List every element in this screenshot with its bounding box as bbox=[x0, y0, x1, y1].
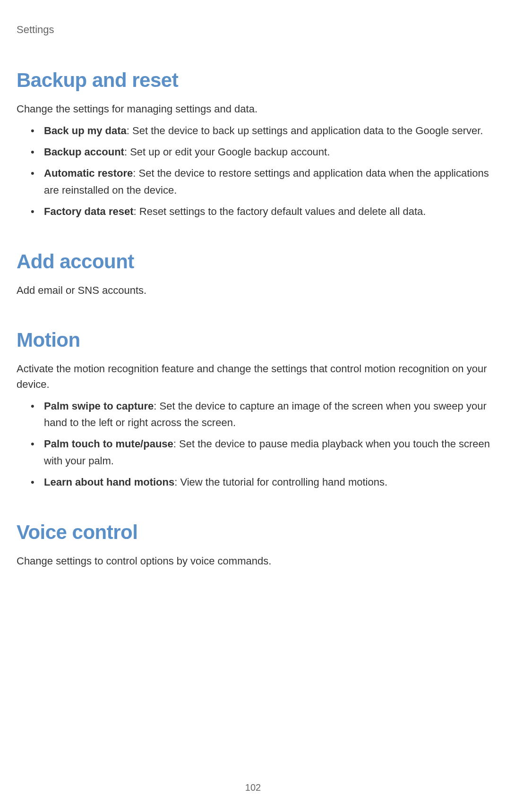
term: Palm touch to mute/pause bbox=[44, 438, 173, 450]
list-item: Factory data reset: Reset settings to th… bbox=[31, 203, 492, 220]
term: Factory data reset bbox=[44, 205, 134, 217]
term: Palm swipe to capture bbox=[44, 400, 154, 412]
heading-add-account: Add account bbox=[17, 250, 492, 273]
intro-voice-control: Change settings to control options by vo… bbox=[17, 553, 492, 569]
intro-add-account: Add email or SNS accounts. bbox=[17, 282, 492, 298]
section-add-account: Add account Add email or SNS accounts. bbox=[17, 250, 492, 298]
breadcrumb: Settings bbox=[17, 24, 492, 36]
page-number: 102 bbox=[245, 782, 261, 793]
term: Automatic restore bbox=[44, 167, 133, 179]
desc: : Reset settings to the factory default … bbox=[134, 205, 426, 217]
list-backup-and-reset: Back up my data: Set the device to back … bbox=[17, 122, 492, 220]
term: Learn about hand motions bbox=[44, 476, 174, 488]
heading-motion: Motion bbox=[17, 329, 492, 351]
section-voice-control: Voice control Change settings to control… bbox=[17, 521, 492, 569]
list-item: Palm touch to mute/pause: Set the device… bbox=[31, 436, 492, 469]
list-motion: Palm swipe to capture: Set the device to… bbox=[17, 398, 492, 490]
list-item: Palm swipe to capture: Set the device to… bbox=[31, 398, 492, 431]
section-backup-and-reset: Backup and reset Change the settings for… bbox=[17, 69, 492, 220]
list-item: Back up my data: Set the device to back … bbox=[31, 122, 492, 139]
heading-voice-control: Voice control bbox=[17, 521, 492, 544]
term: Back up my data bbox=[44, 125, 127, 137]
list-item: Learn about hand motions: View the tutor… bbox=[31, 474, 492, 490]
section-motion: Motion Activate the motion recognition f… bbox=[17, 329, 492, 490]
list-item: Automatic restore: Set the device to res… bbox=[31, 165, 492, 198]
intro-backup-and-reset: Change the settings for managing setting… bbox=[17, 101, 492, 117]
heading-backup-and-reset: Backup and reset bbox=[17, 69, 492, 92]
intro-motion: Activate the motion recognition feature … bbox=[17, 361, 492, 392]
desc: : View the tutorial for controlling hand… bbox=[174, 476, 387, 488]
list-item: Backup account: Set up or edit your Goog… bbox=[31, 144, 492, 160]
desc: : Set up or edit your Google backup acco… bbox=[124, 146, 330, 158]
desc: : Set the device to back up settings and… bbox=[127, 125, 483, 137]
term: Backup account bbox=[44, 146, 124, 158]
